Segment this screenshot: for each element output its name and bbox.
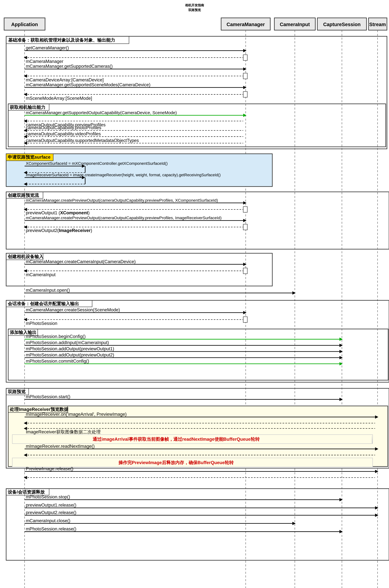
msg-begin-config: mPhotoSession.beginConfig()	[26, 334, 86, 339]
lifeline-label-camera-manager: CameraManager	[227, 22, 265, 27]
frame-camera-input	[6, 253, 272, 286]
frame-release-label: 设备/会话资源释放	[8, 490, 45, 495]
msg-create-session: mCameraManager.createSession(SceneMode)	[26, 307, 120, 312]
msg-close-camera-input: mCameraInput.close()	[26, 518, 70, 523]
activation-camera-manager-2	[243, 73, 247, 79]
msg-return-photo-session: mPhotoSession	[26, 321, 58, 326]
msg-return-camera-device-array: mCameraDeviceArray:[CameraDevice]	[26, 77, 104, 82]
msg-preview-output2: previewOutput2(ImageReceiver)	[26, 228, 92, 233]
msg-add-input: mPhotoSession.addInput(mCameraInput)	[26, 340, 109, 345]
arrowhead-begin-config	[339, 338, 343, 341]
arrowhead-preview-profiles	[24, 120, 27, 123]
arrowhead-stop	[339, 498, 343, 501]
arrowhead-create-camera-input	[243, 263, 247, 266]
arrowhead-release-output2	[375, 514, 378, 517]
msg-return-image-receiver: ImageReceiver获取图像数据二次处理	[26, 429, 101, 434]
arrowhead-start	[339, 398, 343, 401]
arrowhead-create-preview-xcomp	[243, 201, 247, 205]
arrowhead-add-input	[339, 344, 343, 347]
activation-preview-output2	[243, 224, 247, 230]
msg-return-scene-mode-array: mSceneModeArray:[SceneMode]	[26, 96, 92, 101]
frame-camera-input-label: 创建相机设备输入	[8, 254, 44, 259]
arrowhead-add-output1	[339, 350, 343, 353]
arrowhead-camera-input-open	[292, 291, 296, 295]
arrowhead-return-camera-device-array	[24, 74, 27, 78]
msg-return-camera-manager: mCameraManager	[26, 59, 63, 64]
arrowhead-return-preview-image-release	[24, 476, 27, 479]
arrowhead-preview-image-release	[375, 470, 378, 473]
lifeline-label-app: Application	[11, 22, 38, 27]
arrowhead-release-session	[339, 530, 343, 533]
frame-output-cap-label: 获取相机输出能力	[10, 105, 45, 110]
msg-image-receiver-surface: ImageReceiverSurfaceId = image.createIma…	[26, 173, 221, 177]
msg-release-output1: previewOutput1.release()	[26, 503, 76, 508]
msg-add-output2: mPhotoSession.addOutput(previewOutput2)	[26, 352, 114, 357]
arrowhead-return-camera-input	[24, 269, 27, 273]
arrowhead-create-preview-imgreceiver	[243, 219, 247, 222]
msg-create-preview-imgreceiver: mCameraManager.createPreviewOutput(camer…	[26, 216, 222, 220]
frame-basics-label: 基础准备：获取相机管理对象以及设备对象、输出能力	[8, 38, 115, 43]
arrowhead-return-photo-session	[24, 318, 27, 321]
frame-surface-label: 申请双路预览surface	[8, 155, 51, 160]
msg-commit-config: mPhotoSession.commitConfig()	[26, 359, 89, 364]
msg-xcomponent-surface: XComponentSurfaceId = mXComponentControl…	[26, 161, 168, 166]
msg-start: mPhotoSession.start()	[26, 394, 70, 399]
page-title: 相机开发指南 双路预览	[0, 0, 389, 14]
activation-create-camera-input	[243, 268, 247, 274]
arrowhead-return-camera-manager	[24, 56, 27, 59]
lifeline-label-stream: Stream	[369, 22, 386, 27]
arrowhead-create-session	[243, 311, 247, 314]
activation-create-session	[243, 317, 247, 322]
msg-camera-input-open: mCameraInput.open()	[26, 288, 70, 293]
activation-camera-manager-1	[243, 55, 247, 61]
arrowhead-get-camera-manager	[243, 49, 247, 52]
lifeline-label-camera-input: CameraInput	[280, 22, 310, 27]
arrowhead-return-scene-mode-array	[24, 93, 27, 96]
activation-camera-manager-3	[243, 92, 247, 97]
msg-photo-profiles: cameraOutputCapability.photoProfiles	[26, 125, 101, 130]
msg-get-output-cap: mCameraManager.getSupportedOutputCapabil…	[26, 110, 177, 115]
arrowhead-close-camera-input	[292, 522, 296, 525]
arrowhead-commit-config	[339, 362, 343, 366]
msg-create-camera-input: mCameraManager.createCameraInput(CameraD…	[26, 259, 136, 264]
activation-preview-output1	[243, 207, 247, 212]
arrowhead-get-supported-cameras	[243, 67, 247, 71]
frame-image-receiver-label: 处理ImageReceiver预览数据	[10, 407, 68, 412]
arrowhead-get-scene-modes	[243, 86, 247, 89]
msg-preview-image-release: PreviewImage.release()	[26, 466, 73, 471]
msg-create-preview-xcomp: mCameraManager.createPreviewOutput(camer…	[26, 198, 218, 203]
msg-read-next-image: mImageReceiver.readNextImage()	[26, 444, 95, 449]
msg-on-image-arrival: mImageReceiver.on('imageArrival', Previe…	[26, 412, 127, 417]
note-text-2: 操作完PreviewImage后释放内存，确保BufferQueue轮转	[118, 460, 234, 465]
msg-add-output1: mPhotoSession.addOutput(previewOutput1)	[26, 346, 114, 351]
frame-preview-stream-label: 创建双路预览流	[8, 193, 39, 198]
msg-get-scene-modes: mCameraManager.getSupportedSceneModes(Ca…	[26, 82, 151, 87]
msg-return-camera-input: mCameraInput	[26, 272, 56, 277]
msg-get-supported-cameras: mCameraManager.getSupportedCameras()	[26, 64, 113, 69]
msg-stop: mPhotoSession.stop()	[26, 495, 70, 499]
arrowhead-add-output2	[339, 356, 343, 359]
msg-video-profiles: cameraOutputCapability.videoProfiles	[26, 131, 101, 136]
msg-get-camera-manager: getCameraManager()	[26, 45, 69, 50]
msg-release-session: mPhotoSession.release()	[26, 526, 76, 531]
arrowhead-get-output-cap	[243, 114, 247, 117]
sequence-diagram: Application CameraManager CameraInput Ca…	[0, 14, 389, 588]
note-text-1: 通过imageArrival事件获取当前图像帧，通过readNextImage使…	[93, 437, 260, 442]
msg-release-output2: previewOutput2.release()	[26, 510, 76, 515]
msg-preview-output1: previewOutput1 (XComponent)	[26, 210, 90, 215]
arrowhead-release-output1	[375, 506, 378, 509]
msg-metadata: cameraOutputCapability.supportedMetadata…	[26, 138, 139, 143]
lifeline-label-capture-session: CaptureSession	[323, 22, 360, 27]
frame-dual-preview-label: 双路预览	[8, 389, 26, 394]
frame-session-prepare-label: 会话准备：创建会话并配置输入输出	[8, 301, 79, 306]
